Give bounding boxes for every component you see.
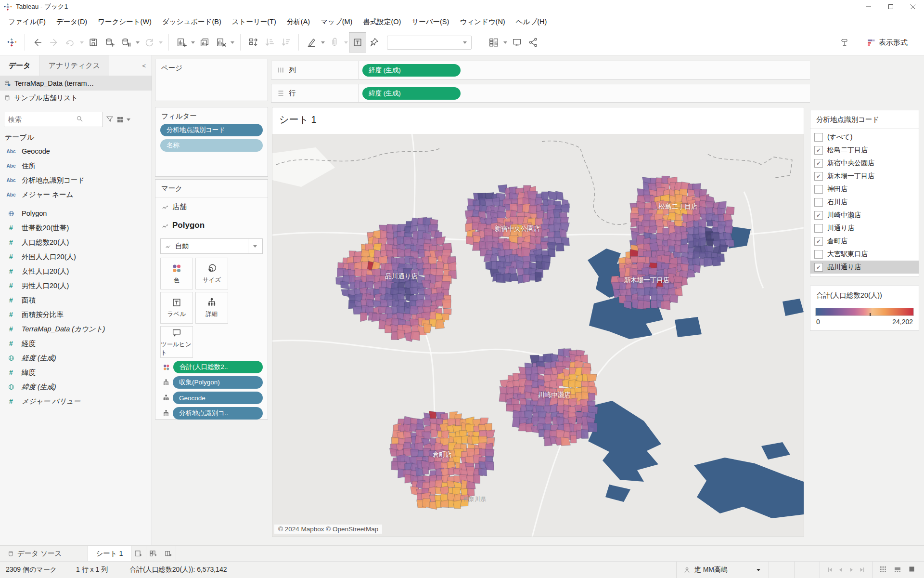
maximize-button[interactable]	[880, 0, 902, 13]
mark-pill-2[interactable]: Geocode	[173, 392, 263, 404]
search-input[interactable]	[4, 112, 103, 127]
menu-item-6[interactable]: マップ(M)	[315, 17, 358, 26]
checkbox[interactable]: ✓	[814, 172, 823, 181]
map-signpost-icon[interactable]	[836, 33, 853, 52]
filmstrip-view-icon[interactable]	[894, 565, 901, 575]
show-me-button[interactable]: 表示形式	[867, 38, 908, 47]
field-15[interactable]: #緯度	[0, 365, 152, 380]
mark-layer-stores[interactable]: 店舗	[155, 197, 268, 216]
size-button[interactable]: サイズ	[195, 258, 228, 289]
menu-item-7[interactable]: 書式設定(O)	[358, 17, 406, 26]
label-button[interactable]: ラベル	[160, 292, 193, 324]
sheet-navigation[interactable]	[827, 566, 865, 573]
filter-item-10[interactable]: ✓品川通り店	[810, 261, 919, 274]
field-4[interactable]: Polygon	[0, 206, 152, 221]
field-5[interactable]: #世帯数20(世帯)	[0, 221, 152, 235]
filter-pill-1[interactable]: 名称	[160, 139, 263, 152]
field-0[interactable]: AbcGeocode	[0, 144, 152, 158]
user-menu[interactable]: 進 MM高嶋	[683, 565, 762, 574]
show-hide-cards-button[interactable]	[486, 33, 502, 52]
filter-item-1[interactable]: ✓松島二丁目店	[810, 144, 919, 157]
filter-item-4[interactable]: 神田店	[810, 183, 919, 196]
menu-item-8[interactable]: サーバー(S)	[406, 17, 454, 26]
color-button[interactable]: 色	[160, 258, 193, 289]
tab-sheet1[interactable]: シート 1	[88, 545, 131, 562]
new-data-source-button[interactable]	[102, 33, 118, 52]
mark-pill-0[interactable]: 合計(人口総数2..	[173, 361, 263, 373]
filter-item-5[interactable]: 石川店	[810, 196, 919, 209]
field-7[interactable]: #外国人人口20(人)	[0, 250, 152, 264]
filter-item-0[interactable]: (すべて)	[810, 131, 919, 144]
field-9[interactable]: #男性人口20(人)	[0, 278, 152, 293]
pause-auto-updates-button[interactable]	[118, 33, 134, 52]
pages-shelf[interactable]: ページ	[155, 59, 268, 101]
minimize-button[interactable]	[858, 0, 880, 13]
undo-button[interactable]	[29, 33, 46, 52]
field-16[interactable]: 緯度 (生成)	[0, 380, 152, 394]
field-2[interactable]: Abc分析地点識別コード	[0, 173, 152, 187]
menu-item-0[interactable]: ファイル(F)	[3, 17, 51, 26]
chevron-down-icon[interactable]	[503, 41, 507, 44]
new-worksheet-button[interactable]	[131, 546, 146, 562]
checkbox[interactable]: ✓	[814, 159, 823, 168]
filter-item-8[interactable]: ✓倉町店	[810, 235, 919, 248]
fit-selector[interactable]	[387, 36, 472, 50]
menu-item-10[interactable]: ヘルプ(H)	[511, 17, 552, 26]
field-11[interactable]: #面積按分比率	[0, 307, 152, 322]
filter-pill-0[interactable]: 分析地点識別コード	[160, 124, 263, 136]
close-button[interactable]	[902, 0, 924, 13]
mark-layer-polygon[interactable]: Polygon	[155, 216, 268, 235]
mark-type-dropdown[interactable]: 自動	[160, 238, 263, 254]
checkbox[interactable]	[814, 133, 823, 142]
checkbox[interactable]	[814, 185, 823, 194]
checkbox[interactable]	[814, 250, 823, 259]
checkbox[interactable]: ✓	[814, 211, 823, 220]
checkbox[interactable]: ✓	[814, 146, 823, 155]
tab-data-source[interactable]: データ ソース	[0, 546, 69, 562]
view-options-icon[interactable]	[116, 116, 132, 123]
field-8[interactable]: #女性人口20(人)	[0, 264, 152, 278]
checkbox[interactable]	[814, 224, 823, 233]
columns-pill[interactable]: 経度 (生成)	[362, 64, 461, 77]
mark-pill-1[interactable]: 収集(Polygon)	[173, 376, 263, 389]
menu-item-5[interactable]: 分析(A)	[282, 17, 315, 26]
menu-item-9[interactable]: ウィンドウ(N)	[454, 17, 510, 26]
duplicate-sheet-button[interactable]	[196, 33, 213, 52]
menu-item-2[interactable]: ワークシート(W)	[92, 17, 157, 26]
field-12[interactable]: #TerraMap_Data (カウント)	[0, 322, 152, 336]
menu-item-1[interactable]: データ(D)	[51, 17, 92, 26]
detail-button[interactable]: 詳細	[195, 292, 228, 324]
tab-data[interactable]: データ	[0, 55, 39, 76]
filters-shelf[interactable]: フィルター 分析地点識別コード名称	[155, 107, 268, 177]
checkbox[interactable]	[814, 198, 823, 207]
fix-axes-button[interactable]	[366, 33, 382, 52]
field-14[interactable]: 経度 (生成)	[0, 351, 152, 365]
highlight-button[interactable]	[303, 33, 320, 52]
checkbox[interactable]: ✓	[814, 237, 823, 246]
collapse-pane-icon[interactable]: <	[142, 62, 152, 69]
grid-view-icon[interactable]	[879, 565, 887, 575]
filter-item-9[interactable]: 大宮駅東口店	[810, 248, 919, 261]
save-button[interactable]	[85, 33, 102, 52]
menu-item-4[interactable]: ストーリー(T)	[227, 17, 282, 26]
clear-sheet-button[interactable]	[213, 33, 229, 52]
field-17[interactable]: #メジャー バリュー	[0, 394, 152, 408]
checkbox[interactable]: ✓	[814, 263, 823, 272]
field-1[interactable]: Abc住所	[0, 158, 152, 173]
field-10[interactable]: #面積	[0, 293, 152, 307]
new-dashboard-button[interactable]	[146, 546, 161, 562]
mark-pill-3[interactable]: 分析地点識別コ..	[173, 407, 263, 420]
tab-analytics[interactable]: アナリティクス	[39, 55, 109, 76]
map-viz[interactable]: 品川通り店新宿中央公園店松島二丁目店新木場一丁目店川崎中瀬店倉町店神奈川県 © …	[272, 134, 804, 537]
chevron-down-icon[interactable]	[231, 41, 234, 44]
new-worksheet-button[interactable]	[173, 33, 190, 52]
new-story-button[interactable]	[161, 546, 176, 562]
data-source-0[interactable]: TerraMap_Data (terram…	[0, 76, 152, 91]
menu-item-3[interactable]: ダッシュボード(B)	[157, 17, 227, 26]
field-6[interactable]: #人口総数20(人)	[0, 235, 152, 250]
chevron-down-icon[interactable]	[321, 41, 325, 44]
field-13[interactable]: #経度	[0, 336, 152, 351]
color-legend-gradient[interactable]	[815, 308, 914, 316]
filter-item-3[interactable]: ✓新木場一丁目店	[810, 170, 919, 183]
rows-pill[interactable]: 緯度 (生成)	[362, 87, 461, 100]
